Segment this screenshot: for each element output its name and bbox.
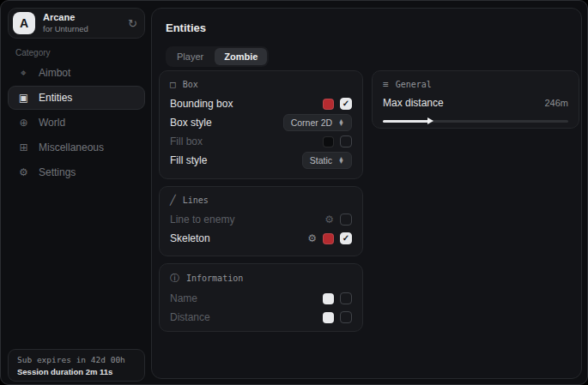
information-card-header: ⓘ Information (170, 272, 352, 285)
main-panel: Entities Player Zombie □ Box Bounding bo… (151, 8, 582, 379)
sidebar-item-settings[interactable]: ⚙ Settings (8, 160, 145, 184)
fill-box-row: Fill box ✓ (170, 132, 352, 151)
skeleton-label: Skeleton (170, 232, 210, 244)
check-icon: ✓ (342, 234, 349, 243)
skeleton-settings-icon[interactable]: ⚙ (307, 233, 317, 244)
sidebar-item-label: Aimbot (39, 67, 70, 79)
check-icon: ✓ (342, 99, 349, 108)
chevron-up-down-icon: ▲▼ (338, 157, 344, 164)
fill-style-value: Static (310, 155, 332, 165)
fill-box-label: Fill box (170, 135, 203, 147)
bounding-box-checkbox[interactable]: ✓ (340, 98, 352, 110)
distance-label: Distance (170, 311, 210, 323)
lines-card-title: Lines (183, 196, 209, 205)
crosshair-icon: ⌖ (17, 67, 30, 79)
line-to-enemy-label: Line to enemy (170, 214, 234, 226)
tab-bar: Player Zombie (166, 46, 269, 67)
sub-expiry-text: Sub expires in 42d 00h (17, 355, 136, 364)
tab-player[interactable]: Player (167, 48, 213, 65)
line-to-enemy-checkbox[interactable]: ✓ (340, 214, 352, 226)
bounding-box-label: Bounding box (170, 98, 233, 110)
box-icon: □ (170, 79, 176, 90)
line-to-enemy-settings-icon[interactable]: ⚙ (324, 214, 334, 225)
fill-box-color-swatch[interactable] (323, 136, 334, 147)
max-distance-row: Max distance 246m (383, 94, 568, 111)
bounding-box-row: Bounding box ✓ (170, 94, 352, 113)
box-style-label: Box style (170, 117, 212, 129)
distance-color-swatch[interactable] (323, 312, 334, 323)
info-icon: ⓘ (170, 272, 179, 285)
sidebar-item-miscellaneous[interactable]: ⊞ Miscellaneous (8, 135, 145, 159)
lines-card: ╱ Lines Line to enemy ⚙ ✓ Skeleton ⚙ ✓ (159, 186, 363, 256)
max-distance-label: Max distance (383, 97, 444, 109)
name-checkbox[interactable]: ✓ (340, 292, 352, 304)
name-color-swatch[interactable] (323, 293, 334, 304)
page-title: Entities (166, 21, 206, 34)
sidebar-item-label: Settings (39, 166, 76, 178)
box-style-row: Box style Corner 2D ▲▼ (170, 113, 352, 132)
app-header-card: A Arcane for Unturned ↻ (8, 8, 145, 39)
app-meta: Arcane for Unturned (43, 13, 128, 33)
box-card-header: □ Box (170, 79, 352, 90)
name-row: Name ✓ (170, 289, 352, 308)
fill-box-checkbox[interactable]: ✓ (340, 135, 352, 147)
fill-style-label: Fill style (170, 154, 207, 166)
line-icon: ╱ (170, 195, 176, 206)
sidebar-item-label: Miscellaneous (39, 141, 104, 153)
information-card: ⓘ Information Name ✓ Distance ✓ (159, 263, 363, 332)
box-style-select[interactable]: Corner 2D ▲▼ (283, 114, 352, 131)
box-style-value: Corner 2D (291, 117, 332, 128)
app-name: Arcane (43, 13, 128, 22)
skeleton-color-swatch[interactable] (323, 233, 334, 244)
sidebar-item-aimbot[interactable]: ⌖ Aimbot (8, 61, 145, 85)
information-card-title: Information (186, 274, 243, 283)
general-card-header: ≡ General (383, 79, 568, 90)
sidebar-item-label: Entities (39, 92, 72, 104)
refresh-icon[interactable]: ↻ (128, 18, 137, 29)
sidebar: A Arcane for Unturned ↻ Category ⌖ Aimbo… (1, 1, 151, 384)
grid-icon: ⊞ (17, 141, 30, 153)
chevron-up-down-icon: ▲▼ (338, 119, 344, 126)
slider-thumb[interactable] (427, 117, 433, 124)
name-label: Name (170, 292, 197, 304)
max-distance-value: 246m (544, 98, 568, 108)
line-to-enemy-row: Line to enemy ⚙ ✓ (170, 210, 352, 229)
distance-checkbox[interactable]: ✓ (340, 311, 352, 323)
gear-icon: ⚙ (17, 166, 30, 178)
bounding-box-color-swatch[interactable] (323, 99, 334, 110)
globe-icon: ⊕ (17, 117, 30, 129)
app-logo: A (13, 12, 35, 34)
fill-style-select[interactable]: Static ▲▼ (302, 152, 352, 169)
app-window: A Arcane for Unturned ↻ Category ⌖ Aimbo… (0, 0, 588, 385)
sidebar-nav: ⌖ Aimbot ▣ Entities ⊕ World ⊞ Miscellane… (8, 61, 145, 185)
slider-track[interactable] (383, 120, 568, 123)
sliders-icon: ≡ (383, 79, 389, 90)
lines-card-header: ╱ Lines (170, 195, 352, 206)
box-card: □ Box Bounding box ✓ Box style Corner 2D… (159, 70, 363, 179)
sidebar-item-label: World (39, 117, 65, 129)
fill-style-row: Fill style Static ▲▼ (170, 151, 352, 170)
general-card-title: General (396, 80, 432, 89)
tab-zombie[interactable]: Zombie (215, 48, 267, 65)
entities-icon: ▣ (17, 92, 30, 104)
session-duration-text: Session duration 2m 11s (17, 367, 136, 376)
slider-fill (383, 120, 429, 123)
skeleton-row: Skeleton ⚙ ✓ (170, 229, 352, 248)
general-card: ≡ General Max distance 246m (372, 70, 579, 129)
sidebar-item-world[interactable]: ⊕ World (8, 111, 145, 135)
skeleton-checkbox[interactable]: ✓ (340, 232, 352, 244)
sidebar-item-entities[interactable]: ▣ Entities (8, 86, 145, 110)
category-label: Category (15, 48, 51, 57)
max-distance-slider[interactable] (383, 117, 568, 125)
subscription-status-card: Sub expires in 42d 00h Session duration … (8, 349, 145, 382)
distance-row: Distance ✓ (170, 308, 352, 327)
app-subtitle: for Unturned (43, 25, 128, 33)
box-card-title: Box (183, 80, 198, 89)
